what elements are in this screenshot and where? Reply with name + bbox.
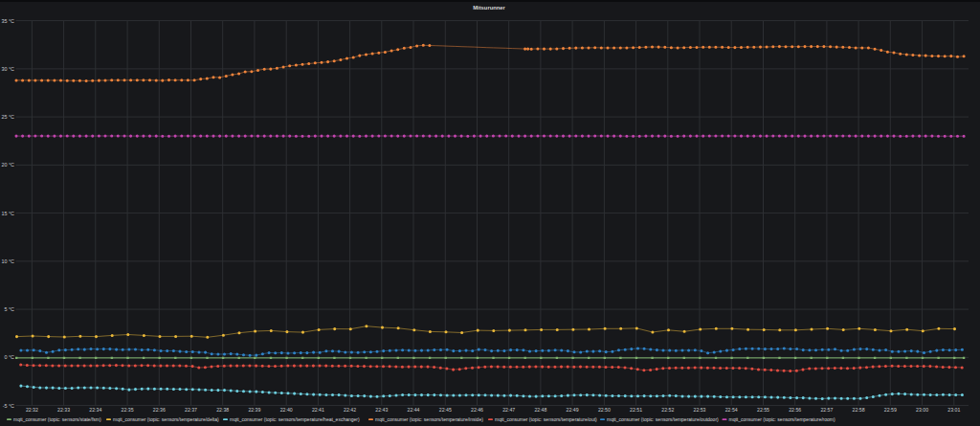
svg-text:22:38: 22:38: [216, 407, 229, 413]
svg-text:22:54: 22:54: [725, 407, 738, 413]
svg-text:20 °C: 20 °C: [1, 162, 14, 168]
svg-text:mqtt_consumer (topic: sensors/: mqtt_consumer (topic: sensors/state/fsm): [13, 416, 101, 422]
svg-text:22:47: 22:47: [502, 407, 515, 413]
svg-text:22:42: 22:42: [344, 407, 356, 413]
svg-text:22:58: 22:58: [853, 407, 865, 413]
svg-text:22:56: 22:56: [789, 407, 801, 413]
svg-text:mqtt_consumer (topic: sensors/: mqtt_consumer (topic: sensors/temperatur…: [607, 416, 719, 422]
svg-text:22:43: 22:43: [375, 407, 388, 413]
svg-text:35 °C: 35 °C: [1, 18, 14, 24]
svg-text:25 °C: 25 °C: [1, 114, 14, 120]
svg-text:22:45: 22:45: [439, 407, 452, 413]
svg-text:22:36: 22:36: [153, 407, 166, 413]
svg-text:22:41: 22:41: [312, 407, 324, 413]
svg-text:22:55: 22:55: [757, 407, 769, 413]
svg-text:mqtt_consumer (topic: sensors/: mqtt_consumer (topic: sensors/temperatur…: [230, 416, 360, 422]
svg-text:-5 °C: -5 °C: [3, 403, 14, 409]
svg-text:22:53: 22:53: [694, 407, 706, 413]
svg-text:22:32: 22:32: [26, 407, 38, 413]
svg-text:22:35: 22:35: [122, 407, 134, 413]
svg-text:22:46: 22:46: [471, 407, 483, 413]
svg-text:22:34: 22:34: [89, 407, 101, 413]
svg-text:23:01: 23:01: [947, 407, 960, 413]
svg-text:Mitsurunner: Mitsurunner: [473, 5, 505, 11]
svg-text:23:00: 23:00: [916, 407, 928, 413]
svg-text:22:48: 22:48: [534, 407, 546, 413]
svg-text:mqtt_consumer (topic: sensors/: mqtt_consumer (topic: sensors/temperatur…: [495, 416, 597, 422]
svg-text:0 °C: 0 °C: [4, 354, 14, 360]
svg-text:22:57: 22:57: [820, 407, 833, 413]
svg-text:22:59: 22:59: [884, 407, 897, 413]
svg-text:mqtt_consumer (topic: sensors/: mqtt_consumer (topic: sensors/temperatur…: [729, 416, 835, 422]
svg-text:22:49: 22:49: [567, 407, 579, 413]
svg-text:22:40: 22:40: [280, 407, 293, 413]
svg-text:22:52: 22:52: [661, 407, 674, 413]
svg-text:22:33: 22:33: [57, 407, 70, 413]
svg-text:15 °C: 15 °C: [1, 211, 14, 216]
svg-text:22:50: 22:50: [598, 407, 611, 413]
svg-text:22:51: 22:51: [630, 407, 642, 413]
svg-text:5 °C: 5 °C: [4, 306, 14, 312]
svg-text:22:37: 22:37: [185, 407, 197, 413]
svg-text:22:39: 22:39: [248, 407, 260, 413]
svg-text:10 °C: 10 °C: [1, 258, 14, 264]
svg-text:30 °C: 30 °C: [1, 66, 14, 72]
svg-text:mqtt_consumer (topic: sensors/: mqtt_consumer (topic: sensors/temperatur…: [375, 416, 483, 422]
svg-text:mqtt_consumer (topic: sensors/: mqtt_consumer (topic: sensors/temperatur…: [113, 416, 219, 422]
svg-text:22:44: 22:44: [408, 407, 420, 413]
